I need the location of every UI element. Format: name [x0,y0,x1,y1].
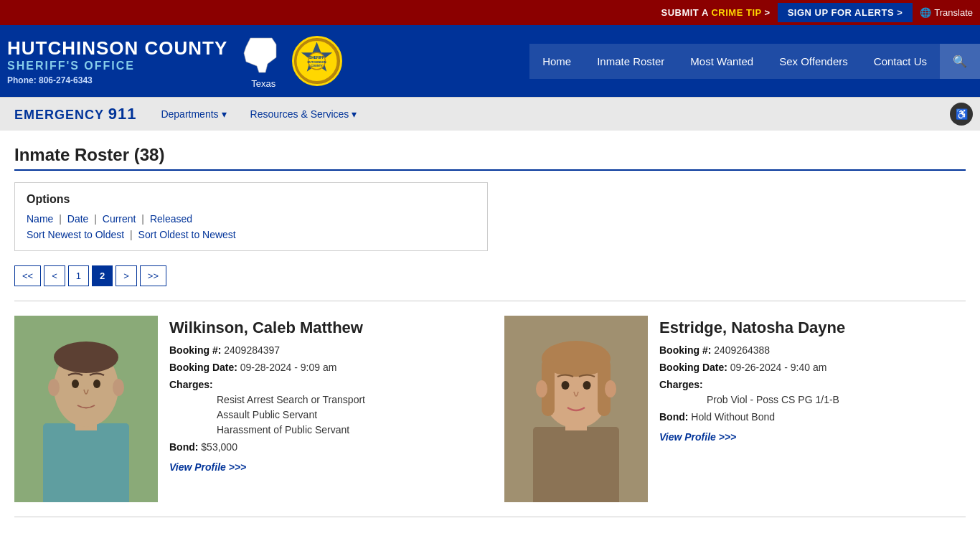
sort-newest[interactable]: Sort Newest to Oldest [27,229,124,240]
secondary-nav: EMERGENCY 911 Departments ▾ Resources & … [0,97,980,131]
options-title: Options [27,193,476,206]
svg-point-12 [72,380,79,388]
view-profile-2[interactable]: View Profile >>> [659,431,736,443]
logo-area: Texas SHERIFF HUTCHINSON COUNTY [242,34,342,89]
org-title: HUTCHINSON COUNTY [7,37,227,60]
charges-2: Charges: Prob Viol - Poss CS PG 1/1-B [659,377,966,408]
svg-marker-0 [244,38,276,72]
translate-button[interactable]: 🌐 Translate [920,7,973,18]
view-profile-1[interactable]: View Profile >>> [169,461,246,473]
booking-num-1: Booking #: 2409284397 [169,343,476,358]
nav-departments[interactable]: Departments ▾ [151,101,236,127]
filter-current[interactable]: Current [103,213,136,225]
alerts-button[interactable]: SIGN UP FOR ALERTS > [778,3,913,22]
globe-icon: 🌐 [920,7,931,18]
crime-tip-button[interactable]: SUBMIT A CRIME TIP > [661,7,770,18]
search-button[interactable]: 🔍 [940,44,980,79]
emergency-badge: EMERGENCY 911 [7,98,151,131]
svg-point-26 [605,380,616,397]
main-content: Inmate Roster (38) Options Name | Date |… [0,131,980,546]
nav-resources[interactable]: Resources & Services ▾ [240,101,367,127]
inmate-row: Wilkinson, Caleb Matthew Booking #: 2409… [14,316,966,502]
svg-point-11 [54,342,118,373]
bond-1: Bond: $53,000 [169,440,476,455]
texas-label: Texas [251,78,275,89]
inmate-info-1: Wilkinson, Caleb Matthew Booking #: 2409… [169,316,476,502]
booking-date-1: Booking Date: 09-28-2024 - 9:09 am [169,360,476,375]
svg-point-23 [562,381,570,390]
svg-rect-8 [43,423,129,502]
filter-name[interactable]: Name [27,213,53,225]
options-box: Options Name | Date | Current | Released… [14,182,488,251]
header: HUTCHINSON COUNTY SHERIFF'S OFFICE Phone… [0,25,980,97]
booking-date-2: Booking Date: 09-26-2024 - 9:40 am [659,360,966,375]
charges-1: Charges: Resist Arrest Search or Transpo… [169,377,476,438]
org-subtitle: SHERIFF'S OFFICE [7,60,227,72]
divider [14,301,966,301]
nav-most-wanted[interactable]: Most Wanted [677,44,766,78]
chevron-down-icon: ▾ [352,108,357,120]
filter-date[interactable]: Date [67,213,89,225]
svg-rect-17 [533,427,619,502]
bond-2: Bond: Hold Without Bond [659,410,966,425]
svg-point-25 [536,380,547,397]
inmate-card-1: Wilkinson, Caleb Matthew Booking #: 2409… [14,316,476,502]
filter-links: Name | Date | Current | Released [27,213,476,225]
nav-contact-us[interactable]: Contact Us [861,44,940,78]
chevron-down-icon: ▾ [222,108,227,120]
page-next[interactable]: > [116,265,137,286]
bottom-divider [14,517,966,517]
sort-links: Sort Newest to Oldest | Sort Oldest to N… [27,229,476,240]
accessibility-button[interactable]: ♿ [950,103,973,126]
top-bar: SUBMIT A CRIME TIP > SIGN UP FOR ALERTS … [0,0,980,25]
page-prev[interactable]: < [44,265,65,286]
inmate-card-2: Estridge, Natosha Dayne Booking #: 24092… [504,316,966,502]
svg-text:SHERIFF: SHERIFF [309,56,324,60]
sheriff-badge: SHERIFF HUTCHINSON COUNTY [292,36,342,86]
booking-num-2: Booking #: 2409264388 [659,343,966,358]
pagination: << < 1 2 > >> [14,265,966,286]
svg-text:COUNTY: COUNTY [311,63,324,67]
svg-point-14 [48,379,60,396]
svg-point-24 [583,381,591,390]
inmate-info-2: Estridge, Natosha Dayne Booking #: 24092… [659,316,966,502]
svg-point-15 [113,379,124,396]
inmate-photo-1 [14,316,158,502]
page-last[interactable]: >> [140,265,166,286]
nav-right: Home Inmate Roster Most Wanted Sex Offen… [529,44,980,79]
nav-inmate-roster[interactable]: Inmate Roster [584,44,677,78]
texas-shape-icon [242,34,285,77]
main-nav: Home Inmate Roster Most Wanted Sex Offen… [529,44,980,79]
filter-released[interactable]: Released [150,213,192,225]
phone-number: Phone: 806-274-6343 [7,75,227,85]
brand: HUTCHINSON COUNTY SHERIFF'S OFFICE Phone… [7,37,227,85]
page-title: Inmate Roster (38) [14,145,966,171]
secondary-nav-links: Departments ▾ Resources & Services ▾ [151,101,367,127]
inmate-photo-2 [504,316,648,502]
texas-map: Texas [242,34,285,89]
nav-home[interactable]: Home [529,44,584,78]
svg-point-13 [93,380,100,388]
nav-sex-offenders[interactable]: Sex Offenders [766,44,861,78]
accessibility-icon: ♿ [956,108,968,120]
page-1[interactable]: 1 [68,265,89,286]
sort-oldest[interactable]: Sort Oldest to Newest [138,229,236,240]
inmate-name-1: Wilkinson, Caleb Matthew [169,319,476,337]
page-2-active: 2 [92,265,113,286]
page-first[interactable]: << [14,265,41,286]
inmate-name-2: Estridge, Natosha Dayne [659,319,966,337]
